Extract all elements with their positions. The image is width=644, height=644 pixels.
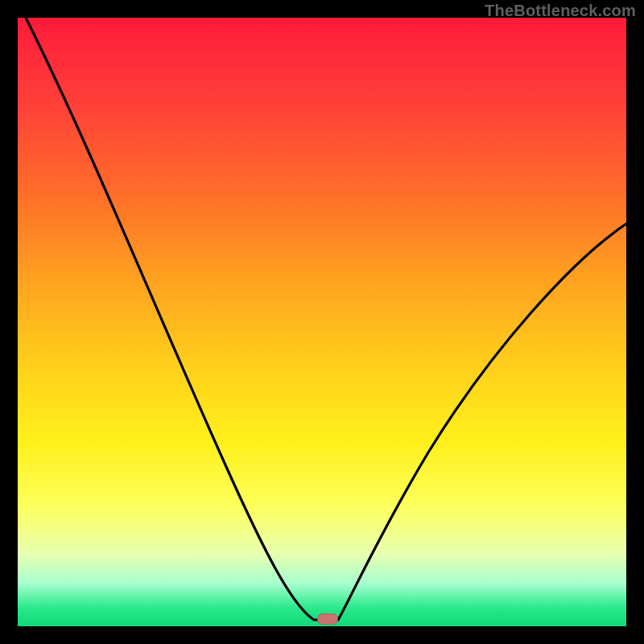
bottleneck-curve	[18, 18, 626, 626]
watermark-text: TheBottleneck.com	[485, 2, 636, 20]
chart-frame: TheBottleneck.com	[0, 0, 644, 644]
curve-path	[26, 18, 626, 620]
optimum-marker	[317, 613, 338, 625]
